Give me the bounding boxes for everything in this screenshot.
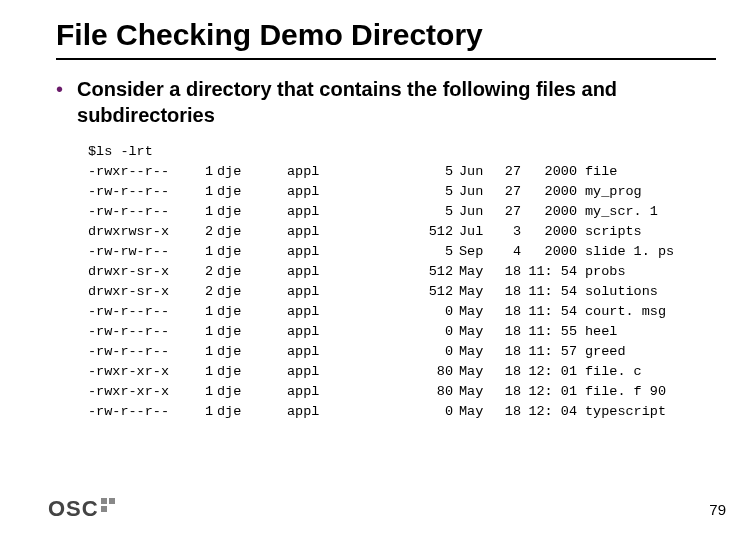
listing-row: drwxrwsr-x2djeappl512Jul32000scripts xyxy=(88,222,716,242)
listing-row: -rwxr-xr-x1djeappl80May1812: 01file. f 9… xyxy=(88,382,716,402)
listing-row: -rw-r--r--1djeappl0May1811: 55heel xyxy=(88,322,716,342)
listing-row: -rw-r--r--1djeappl0May1811: 54court. msg xyxy=(88,302,716,322)
listing-row: -rw-r--r--1djeappl5Jun272000my_scr. 1 xyxy=(88,202,716,222)
bullet-icon: • xyxy=(56,76,63,102)
page-number: 79 xyxy=(709,501,726,518)
listing-row: -rwxr--r--1djeappl5Jun272000file xyxy=(88,162,716,182)
command-line: $ls -lrt xyxy=(88,142,716,162)
listing-row: -rw-r--r--1djeappl0May1812: 04typescript xyxy=(88,402,716,422)
logo-text: OSC xyxy=(48,496,99,522)
logo-icon xyxy=(101,498,115,512)
listing-row: -rwxr-xr-x1djeappl80May1812: 01file. c xyxy=(88,362,716,382)
listing-row: -rw-rw-r--1djeappl5Sep42000slide 1. ps xyxy=(88,242,716,262)
code-listing: $ls -lrt -rwxr--r--1djeappl5Jun272000fil… xyxy=(88,142,716,422)
bullet-text: Consider a directory that contains the f… xyxy=(77,76,716,128)
listing-row: drwxr-sr-x2djeappl512May1811: 54probs xyxy=(88,262,716,282)
slide-title: File Checking Demo Directory xyxy=(56,18,716,60)
listing-row: drwxr-sr-x2djeappl512May1811: 54solution… xyxy=(88,282,716,302)
bullet-item: • Consider a directory that contains the… xyxy=(56,76,716,128)
listing-row: -rw-r--r--1djeappl0May1811: 57greed xyxy=(88,342,716,362)
logo: OSC xyxy=(48,496,115,522)
listing-row: -rw-r--r--1djeappl5Jun272000my_prog xyxy=(88,182,716,202)
